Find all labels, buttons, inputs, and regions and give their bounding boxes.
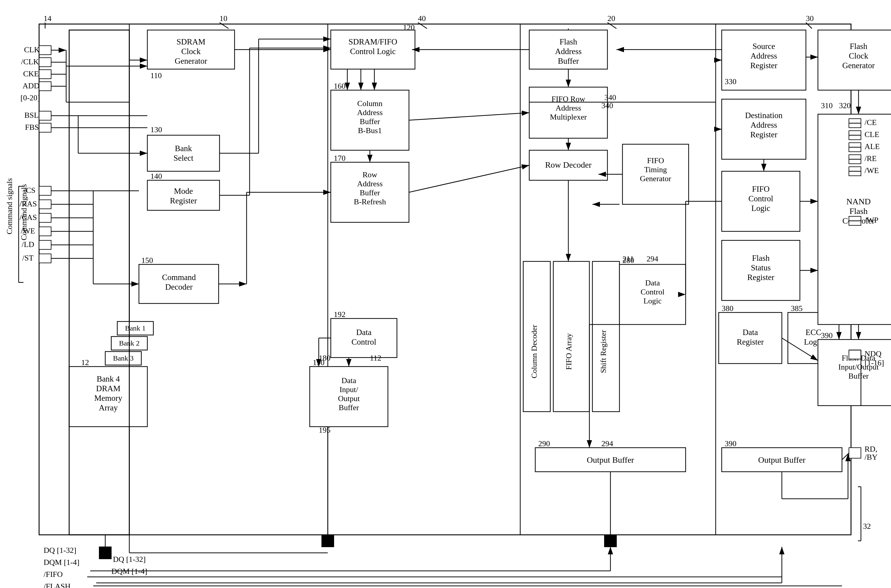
wp-label: /WP — [864, 216, 878, 225]
flash-addr-text2: Address — [555, 47, 582, 56]
svg-rect-37 — [39, 254, 51, 263]
section-30: 30 — [806, 14, 814, 23]
sdram-fifo-text1: SDRAM/FIFO — [349, 37, 397, 46]
cle-label: CLE — [864, 130, 879, 139]
label-211: 211 — [623, 255, 634, 263]
fifo-timing-text2: Timing — [644, 165, 667, 174]
rd-label: RD, — [864, 445, 877, 453]
row-addr-buf-text3: Buffer — [360, 188, 380, 197]
section-40: 40 — [418, 14, 426, 23]
col-addr-buf-text3: Buffer — [360, 117, 380, 126]
data-io-text4: Buffer — [339, 403, 359, 412]
fifo-array-text: FIFO Array — [564, 333, 573, 370]
svg-rect-54 — [849, 448, 861, 458]
data-reg-text2: Register — [737, 338, 764, 346]
bank4-text4: Array — [99, 403, 118, 412]
ale-label: ALE — [864, 142, 880, 151]
svg-rect-20 — [39, 111, 51, 120]
ndq-label: NDQ — [864, 350, 882, 358]
ndq-range-label: [1-16] — [864, 358, 884, 367]
svg-rect-10 — [39, 46, 51, 55]
fifo-ctrl-text1: FIFO — [752, 184, 770, 194]
st-label: /ST — [22, 254, 34, 262]
data-ctrl-logic-text1: Data — [645, 279, 660, 287]
output-buf-20-text: Output Buffer — [587, 455, 634, 465]
bsl-label: BSL — [24, 111, 39, 120]
cmd-decoder-text2: Decoder — [165, 282, 193, 291]
clk-label: CLK — [24, 45, 40, 54]
label-32: 32 — [863, 522, 871, 531]
fifo-timing-text1: FIFO — [647, 156, 664, 165]
line-340-label: 340 — [604, 93, 616, 102]
row-addr-buf-text1: Row — [362, 170, 377, 179]
addr-range-label: [0-20] — [20, 93, 40, 102]
bank1-text: Bank 1 — [125, 324, 146, 332]
svg-rect-16 — [39, 82, 51, 91]
svg-rect-31 — [39, 213, 51, 222]
mode-reg-text1: Mode — [174, 187, 193, 196]
section-10: 10 — [220, 14, 227, 23]
label-330: 330 — [725, 77, 736, 86]
sdram-fifo-text2: Control Logic — [350, 47, 396, 56]
bank-select-box — [147, 135, 220, 171]
label-290: 290 — [538, 439, 550, 448]
dest-addr-text3: Register — [750, 130, 777, 139]
flash-addr-text3: Buffer — [558, 57, 579, 66]
sdram-clock-text3: Generator — [175, 57, 207, 66]
row-addr-buf-text2: Address — [357, 179, 382, 188]
label-310: 310 — [821, 101, 833, 110]
flash-status-text1: Flash — [752, 254, 770, 262]
label-390: 390 — [821, 331, 833, 340]
src-addr-text1: Source — [753, 42, 775, 51]
fifo-row-mux-text2: Address — [555, 104, 581, 112]
col-addr-buf-text4: B-Bus1 — [358, 126, 382, 135]
dqm-bottom-label: DQM [1-4] — [111, 567, 147, 576]
nclk-label: /CLK — [21, 57, 39, 66]
svg-rect-12 — [39, 58, 51, 67]
re-label: /RE — [864, 154, 877, 163]
sdram-clock-text2: Clock — [181, 47, 201, 56]
data-ctrl-logic-text2: Control — [641, 288, 664, 296]
dest-addr-text1: Destination — [745, 111, 783, 120]
flash-clk-text2: Clock — [849, 51, 868, 60]
ld-label: /LD — [22, 240, 34, 249]
svg-rect-29 — [39, 200, 51, 209]
label-12: 12 — [81, 358, 89, 367]
label-180: 180 — [319, 354, 331, 362]
section-20: 20 — [607, 14, 615, 23]
label-130: 130 — [151, 125, 162, 134]
bank4-text1: Bank 4 — [96, 374, 120, 383]
label-294b: 294 — [647, 255, 658, 263]
ecc-text1: ECC — [805, 328, 822, 337]
svg-rect-53 — [849, 350, 861, 359]
label-160: 160 — [334, 82, 346, 90]
fifo-ctrl-text2: Control — [748, 194, 774, 203]
diagram-container: 14 10 40 20 30 CLK /CLK CKE ADD [0-20] — [0, 0, 891, 588]
col-addr-buf-text2: Address — [357, 108, 382, 117]
col-addr-buf-text1: Column — [357, 99, 382, 108]
command-signals-label: Command signals — [5, 178, 14, 234]
flash-clk-text3: Generator — [842, 61, 875, 70]
fifo-ctrl-text3: Logic — [751, 204, 771, 213]
nand-text1: NAND — [846, 197, 871, 206]
fifo-timing-text3: Generator — [640, 174, 671, 183]
dq-bottom-label: DQ [1-32] — [113, 555, 146, 564]
row-decoder-text: Row Decoder — [545, 160, 592, 170]
data-io-text2: Input/ — [340, 385, 358, 394]
svg-rect-33 — [39, 227, 51, 236]
col-decoder-text1: Column Decoder — [530, 324, 539, 378]
flash-status-text2: Status — [751, 263, 771, 272]
svg-rect-22 — [39, 123, 51, 132]
we2-label: /WE — [864, 166, 879, 175]
label-110: 110 — [151, 71, 162, 80]
src-addr-text2: Address — [751, 51, 777, 60]
label-340: 340 — [601, 101, 613, 110]
cke-label: CKE — [23, 69, 39, 78]
label-140: 140 — [151, 172, 162, 181]
data-ctrl-text1: Data — [356, 328, 372, 337]
flash-data-io-text3: Buffer — [848, 372, 869, 380]
label-150: 150 — [141, 256, 153, 265]
label-390b: 390 — [725, 439, 736, 448]
ce-label: /CE — [864, 118, 877, 127]
mode-reg-text2: Register — [170, 196, 197, 205]
